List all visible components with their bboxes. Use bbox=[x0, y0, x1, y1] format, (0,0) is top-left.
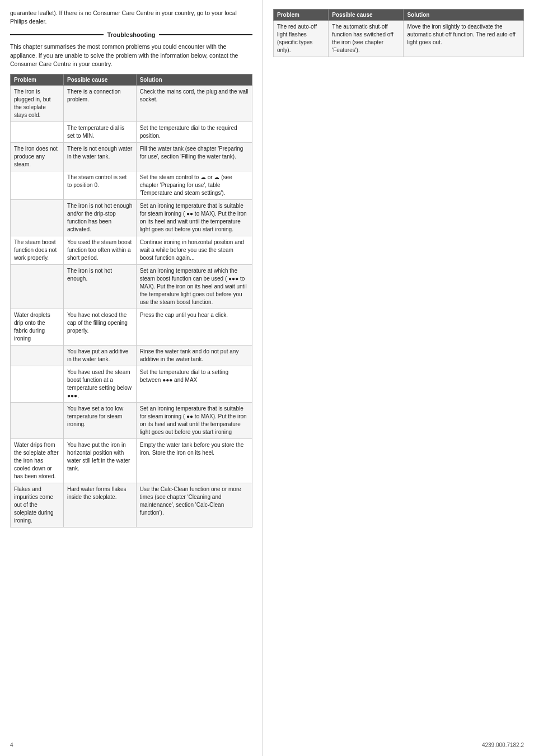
table-row: You have put an additive in the water ta… bbox=[11, 346, 252, 366]
table-row: The steam control is set to position 0.S… bbox=[11, 171, 252, 200]
cell-problem: Flakes and impurities come out of the so… bbox=[11, 483, 64, 528]
cell-solution: Use the Calc-Clean function one or more … bbox=[136, 483, 252, 528]
table-row: The temperature dial is set to MIN.Set t… bbox=[11, 122, 252, 143]
cell-cause: There is not enough water in the water t… bbox=[64, 143, 137, 171]
table-row: The steam boost function does not work p… bbox=[11, 236, 252, 265]
cell-cause: You have used the steam boost function a… bbox=[64, 366, 137, 403]
heading-line-left bbox=[10, 34, 104, 35]
troubleshooting-table-left: Problem Possible cause Solution The iron… bbox=[10, 74, 252, 528]
cell-solution: Set an ironing temperature that is suita… bbox=[136, 403, 252, 439]
col-solution: Solution bbox=[136, 74, 252, 86]
troubleshooting-table-right: Problem Possible cause Solution The red … bbox=[273, 9, 524, 57]
cell-cause: The temperature dial is set to MIN. bbox=[64, 122, 137, 143]
cell-solution: Move the iron slightly to deactivate the… bbox=[404, 21, 524, 57]
section-description: This chapter summarises the most common … bbox=[10, 43, 252, 68]
cell-cause: The automatic shut-off function has swit… bbox=[329, 21, 404, 57]
cell-cause: You have set a too low temperature for s… bbox=[64, 403, 137, 439]
cell-solution: Press the cap until you hear a click. bbox=[136, 309, 252, 346]
cell-cause: You used the steam boost function too of… bbox=[64, 236, 137, 265]
table-row: The iron does not produce any steam.Ther… bbox=[11, 143, 252, 171]
col-problem: Problem bbox=[11, 74, 64, 86]
col-solution-r: Solution bbox=[404, 10, 524, 21]
table-row: You have set a too low temperature for s… bbox=[11, 403, 252, 439]
cell-cause: The steam control is set to position 0. bbox=[64, 171, 137, 200]
table-row: Flakes and impurities come out of the so… bbox=[11, 483, 252, 528]
cell-solution: Set the steam control to ☁ or ☁ (see cha… bbox=[136, 171, 252, 200]
cell-problem bbox=[11, 265, 64, 309]
col-problem-r: Problem bbox=[274, 10, 329, 21]
left-column: guarantee leaflet). If there is no Consu… bbox=[0, 0, 263, 756]
cell-solution: Continue ironing in horizontal position … bbox=[136, 236, 252, 265]
cell-problem: The red auto-off light flashes (specific… bbox=[274, 21, 329, 57]
heading-line-right bbox=[159, 34, 252, 35]
table-row: Water drips from the soleplate after the… bbox=[11, 439, 252, 483]
table-row: Water droplets drip onto the fabric duri… bbox=[11, 309, 252, 346]
heading-text: Troubleshooting bbox=[104, 31, 158, 38]
cell-solution: Check the mains cord, the plug and the w… bbox=[136, 86, 252, 122]
troubleshooting-heading: Troubleshooting bbox=[10, 31, 252, 38]
cell-cause: You have put an additive in the water ta… bbox=[64, 346, 137, 366]
cell-cause: You have not closed the cap of the filli… bbox=[64, 309, 137, 346]
cell-cause: The iron is not hot enough and/or the dr… bbox=[64, 200, 137, 236]
cell-problem: Water drips from the soleplate after the… bbox=[11, 439, 64, 483]
cell-problem bbox=[11, 171, 64, 200]
cell-solution: Set the temperature dial to the required… bbox=[136, 122, 252, 143]
cell-cause: There is a connection problem. bbox=[64, 86, 137, 122]
cell-problem bbox=[11, 366, 64, 403]
cell-problem bbox=[11, 122, 64, 143]
table-row: The red auto-off light flashes (specific… bbox=[274, 21, 524, 57]
doc-number: 4239.000.7182.2 bbox=[482, 742, 524, 748]
intro-text: guarantee leaflet). If there is no Consu… bbox=[10, 9, 252, 26]
cell-solution: Empty the water tank before you store th… bbox=[136, 439, 252, 483]
table-row: The iron is not hot enough.Set an ironin… bbox=[11, 265, 252, 309]
cell-problem: The iron does not produce any steam. bbox=[11, 143, 64, 171]
cell-solution: Rinse the water tank and do not put any … bbox=[136, 346, 252, 366]
page-number: 4 bbox=[10, 742, 13, 748]
col-cause-r: Possible cause bbox=[329, 10, 404, 21]
cell-problem bbox=[11, 200, 64, 236]
cell-cause: The iron is not hot enough. bbox=[64, 265, 137, 309]
cell-solution: Set an ironing temperature that is suita… bbox=[136, 200, 252, 236]
cell-problem bbox=[11, 403, 64, 439]
cell-solution: Set an ironing temperature at which the … bbox=[136, 265, 252, 309]
cell-problem bbox=[11, 346, 64, 366]
cell-cause: You have put the iron in horizontal posi… bbox=[64, 439, 137, 483]
cell-problem: The steam boost function does not work p… bbox=[11, 236, 64, 265]
col-cause: Possible cause bbox=[64, 74, 137, 86]
cell-cause: Hard water forms flakes inside the solep… bbox=[64, 483, 137, 528]
table-row: The iron is plugged in, but the soleplat… bbox=[11, 86, 252, 122]
cell-problem: Water droplets drip onto the fabric duri… bbox=[11, 309, 64, 346]
right-column: Problem Possible cause Solution The red … bbox=[263, 0, 534, 756]
table-row: You have used the steam boost function a… bbox=[11, 366, 252, 403]
table-row: The iron is not hot enough and/or the dr… bbox=[11, 200, 252, 236]
cell-solution: Fill the water tank (see chapter 'Prepar… bbox=[136, 143, 252, 171]
cell-problem: The iron is plugged in, but the soleplat… bbox=[11, 86, 64, 122]
cell-solution: Set the temperature dial to a setting be… bbox=[136, 366, 252, 403]
